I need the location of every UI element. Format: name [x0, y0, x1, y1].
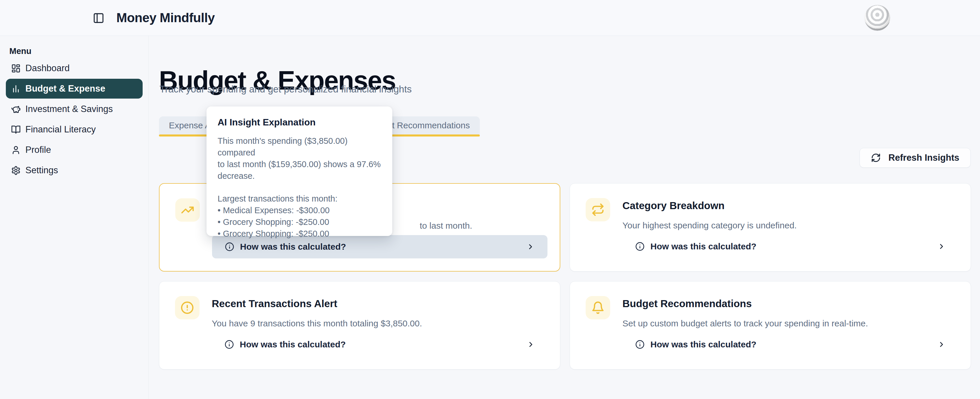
refresh-insights-button[interactable]: Refresh Insights — [859, 148, 970, 168]
sidebar-item-label: Profile — [25, 145, 51, 155]
sidebar-item-investment-savings[interactable]: Investment & Savings — [6, 99, 143, 119]
sidebar-item-label: Dashboard — [25, 63, 70, 73]
piggy-bank-icon — [11, 105, 21, 114]
book-open-icon — [11, 125, 21, 135]
card-description: Set up custom budget alerts to track you… — [622, 318, 868, 329]
refresh-insights-label: Refresh Insights — [888, 153, 959, 163]
card-description: Your highest spending category is undefi… — [622, 219, 797, 231]
sidebar-item-budget-expense[interactable]: Budget & Expense — [6, 79, 143, 99]
card-recent-transactions-alert: Recent Transactions Alert You have 9 tra… — [159, 281, 560, 370]
tooltip-detail-line: • Medical Expenses: -$300.00 — [218, 205, 381, 216]
user-icon — [11, 145, 21, 155]
chevron-right-icon — [527, 243, 535, 251]
refresh-icon — [871, 153, 881, 163]
trending-up-icon — [181, 203, 194, 217]
sidebar-item-label: Investment & Savings — [25, 104, 113, 114]
tooltip-paragraph-line: to last month ($159,350.00) shows a 97.6… — [218, 158, 381, 170]
tooltip-gap — [218, 182, 381, 193]
tooltip-paragraph-line: decrease. — [218, 170, 381, 182]
sidebar-item-label: Settings — [25, 165, 58, 176]
repeat-icon — [591, 203, 605, 216]
chevron-right-icon — [527, 340, 535, 348]
dashboard-icon — [11, 64, 21, 73]
bar-chart-icon — [11, 84, 21, 94]
how-calculated-row[interactable]: How was this calculated? — [622, 235, 958, 258]
info-icon — [224, 340, 234, 349]
avatar[interactable] — [864, 5, 890, 31]
tooltip-detail-line: • Grocery Shopping: -$250.00 — [218, 216, 381, 228]
info-icon — [225, 242, 234, 251]
info-icon — [635, 242, 644, 251]
icon-tile — [175, 198, 200, 222]
alert-circle-icon — [181, 301, 194, 315]
sidebar-toggle-button[interactable] — [93, 12, 104, 24]
chevron-right-icon — [937, 242, 946, 251]
sidebar-item-label: Financial Literacy — [25, 124, 95, 135]
icon-tile — [585, 296, 610, 320]
how-calculated-label: How was this calculated? — [651, 340, 756, 350]
app-title: Money Mindfully — [116, 11, 215, 25]
bell-icon — [591, 301, 605, 315]
page-subtitle: Track your spending and get personalized… — [159, 84, 412, 95]
tooltip-detail-line: Largest transactions this month: — [218, 193, 381, 205]
panel-left-icon — [93, 12, 104, 24]
gear-icon — [11, 166, 21, 175]
how-calculated-label: How was this calculated? — [651, 242, 756, 251]
card-title: Recent Transactions Alert — [212, 298, 337, 310]
sidebar-item-settings[interactable]: Settings — [6, 161, 143, 180]
how-calculated-row[interactable]: How was this calculated? — [212, 333, 548, 356]
card-category-breakdown: Category Breakdown Your highest spending… — [570, 183, 971, 272]
top-bar: Money Mindfully — [0, 0, 980, 36]
how-calculated-row[interactable]: How was this calculated? — [622, 333, 958, 356]
card-description: You have 9 transactions this month total… — [212, 318, 422, 329]
ai-insight-tooltip: AI Insight Explanation This month's spen… — [207, 107, 392, 236]
icon-tile — [585, 198, 610, 221]
tooltip-paragraph-line: This month's spending ($3,850.00) compar… — [218, 135, 381, 158]
card-budget-recommendations: Budget Recommendations Set up custom bud… — [570, 281, 971, 370]
sidebar-nav: Dashboard Budget & Expense Investment & … — [6, 58, 143, 180]
tooltip-detail-line: • Grocery Shopping: -$250.00 — [218, 228, 381, 240]
how-calculated-label: How was this calculated? — [240, 242, 346, 252]
card-title: Budget Recommendations — [622, 298, 752, 310]
main-content: Budget & Expenses Track your spending an… — [149, 36, 980, 399]
tooltip-title: AI Insight Explanation — [218, 116, 381, 128]
sidebar-item-dashboard[interactable]: Dashboard — [6, 58, 143, 78]
chevron-right-icon — [937, 340, 946, 348]
card-description-visible-text: to last month. — [420, 221, 472, 230]
sidebar-item-profile[interactable]: Profile — [6, 140, 143, 160]
sidebar: Menu Dashboard Budget & Expense — [0, 36, 149, 399]
info-icon — [635, 340, 644, 349]
sidebar-item-label: Budget & Expense — [25, 83, 105, 94]
sidebar-menu-label: Menu — [10, 46, 148, 56]
sidebar-item-financial-literacy[interactable]: Financial Literacy — [6, 119, 143, 140]
icon-tile — [175, 296, 199, 320]
how-calculated-label: How was this calculated? — [240, 340, 346, 350]
card-title: Category Breakdown — [622, 200, 724, 211]
